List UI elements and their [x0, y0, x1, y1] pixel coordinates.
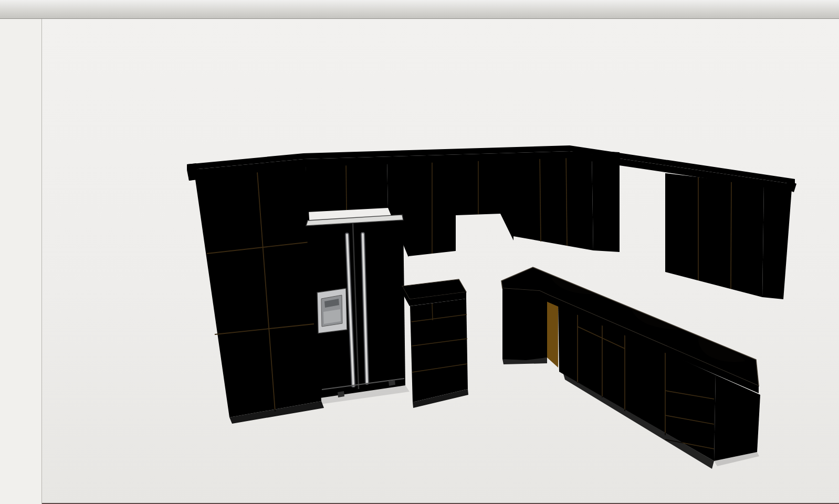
- large-tool-set: [0, 19, 42, 504]
- fridge-wheel: [338, 391, 344, 397]
- water-dispenser: [317, 288, 347, 333]
- top-toolbar: [0, 0, 839, 19]
- cabinet-end-panel: [592, 151, 620, 252]
- tall-pantry-cabinets[interactable]: [195, 164, 324, 424]
- refrigerator[interactable]: [306, 215, 410, 404]
- red-axis: [42, 400, 247, 443]
- main-area: [0, 19, 839, 504]
- 3d-viewport[interactable]: [42, 19, 839, 504]
- model-scene[interactable]: [42, 19, 839, 504]
- upper-wall-cabinets[interactable]: [387, 151, 620, 257]
- over-fridge-cabinet[interactable]: [306, 159, 388, 212]
- sketchup-window: [0, 0, 839, 504]
- right-wall-cabinet[interactable]: [665, 173, 792, 299]
- fridge-side-drawer-base[interactable]: [402, 279, 468, 408]
